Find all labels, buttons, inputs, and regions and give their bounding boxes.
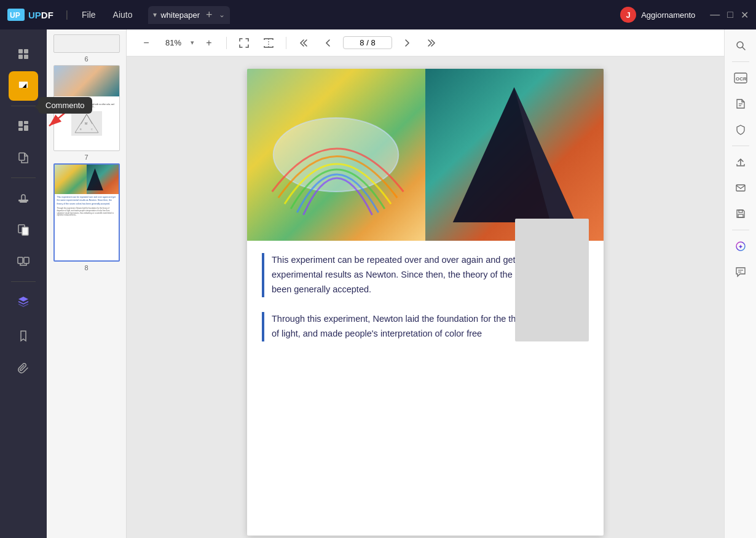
- svg-rect-15: [19, 153, 25, 160]
- svg-rect-12: [24, 121, 28, 124]
- svg-line-24: [87, 114, 92, 124]
- pdf-page-content: This experiment can be repeated over and…: [247, 241, 604, 536]
- next-page-button[interactable]: [422, 33, 441, 53]
- sidebar-separator-1: [11, 106, 36, 106]
- search-button[interactable]: [730, 34, 752, 57]
- svg-rect-46: [738, 214, 743, 217]
- window-controls: — □ ✕: [710, 9, 749, 21]
- save-button[interactable]: [730, 203, 752, 225]
- thumbnail-panel: 6 AT THE TIME everyone thought that whit…: [47, 29, 127, 538]
- svg-rect-17: [20, 201, 27, 203]
- thumbnail-page-6[interactable]: 6: [50, 34, 122, 63]
- tab-whitepaper[interactable]: whitepaper: [160, 10, 200, 20]
- content-area: − 81% ▾ +: [127, 29, 724, 538]
- sidebar-item-layers[interactable]: [9, 287, 38, 316]
- svg-text:OCR: OCR: [736, 76, 747, 82]
- app-logo: UP UPDF: [7, 9, 53, 21]
- svg-text:M: M: [85, 122, 87, 125]
- main-layout: Commento: [0, 29, 756, 538]
- tab-area: ▾ whitepaper + ⌄: [148, 6, 229, 24]
- sidebar-item-merge[interactable]: [9, 247, 38, 276]
- svg-text:✦: ✦: [738, 244, 743, 250]
- titlebar: UP UPDF | File Aiuto ▾ whitepaper + ⌄ J …: [0, 0, 756, 29]
- highlighted-text: laid the foundation for the theory: [406, 314, 534, 324]
- update-label: Aggiornamento: [641, 10, 695, 20]
- sidebar-item-view[interactable]: [9, 39, 38, 69]
- svg-rect-7: [24, 55, 28, 59]
- toolbar-separator-1: [226, 37, 227, 49]
- close-button[interactable]: ✕: [741, 9, 749, 21]
- blue-bar-2: [262, 312, 264, 341]
- svg-rect-21: [24, 257, 29, 263]
- thumbnail-page-8[interactable]: This experiment can be repeated over and…: [50, 163, 122, 271]
- menu-file[interactable]: File: [76, 7, 102, 22]
- pdf-viewer: This experiment can be repeated over and…: [127, 57, 724, 538]
- tab-chevron-icon[interactable]: ⌄: [219, 10, 225, 19]
- sidebar-item-comment[interactable]: [9, 71, 38, 101]
- svg-rect-14: [24, 125, 28, 131]
- protect-button[interactable]: [730, 119, 752, 141]
- sidebar-item-convert[interactable]: [9, 143, 38, 173]
- app-name: UPDF: [28, 10, 53, 20]
- user-avatar: J: [620, 7, 636, 23]
- sidebar-item-bookmark[interactable]: [9, 321, 38, 351]
- svg-text:C: C: [91, 128, 93, 131]
- toolbar: − 81% ▾ +: [127, 29, 724, 57]
- minimize-button[interactable]: —: [710, 9, 720, 21]
- tab-add-button[interactable]: +: [206, 9, 213, 21]
- fit-page-button[interactable]: [234, 33, 254, 53]
- convert-doc-button[interactable]: [730, 93, 752, 115]
- fit-width-button[interactable]: [259, 33, 278, 53]
- zoom-out-button[interactable]: −: [136, 33, 156, 53]
- svg-rect-28: [55, 165, 87, 194]
- chat-button[interactable]: [730, 261, 752, 283]
- right-sidebar-sep-1: [732, 61, 749, 62]
- prev-single-page-button[interactable]: [318, 33, 338, 53]
- svg-text:B: B: [80, 128, 82, 131]
- toolbar-separator-2: [286, 37, 286, 49]
- svg-rect-44: [736, 185, 745, 191]
- thumb-page-num-6: 6: [84, 55, 88, 63]
- blue-bar-1: [262, 253, 264, 297]
- next-single-page-button[interactable]: [397, 33, 417, 53]
- thumb-page-num-8: 8: [84, 264, 88, 271]
- sidebar-item-extract[interactable]: [9, 215, 38, 244]
- email-button[interactable]: [730, 177, 752, 199]
- pdf-image-right: [425, 69, 604, 241]
- sidebar-separator-3: [11, 281, 36, 282]
- thumbnail-page-7[interactable]: AT THE TIME everyone thought that white …: [50, 65, 122, 161]
- ai-button[interactable]: ✦: [730, 235, 752, 257]
- pdf-text-block-2: Through this experiment, Newton laid the…: [262, 312, 589, 341]
- sidebar-item-organize[interactable]: [9, 111, 38, 141]
- right-sidebar-sep-3: [732, 230, 749, 230]
- svg-rect-6: [18, 55, 23, 59]
- svg-rect-5: [24, 49, 28, 53]
- svg-rect-13: [18, 128, 23, 131]
- zoom-dropdown-button[interactable]: ▾: [191, 39, 194, 47]
- ocr-button[interactable]: OCR: [730, 67, 752, 89]
- svg-text:UP: UP: [10, 11, 20, 20]
- sidebar-item-attachment[interactable]: [9, 353, 38, 383]
- update-button[interactable]: J Aggiornamento: [620, 7, 695, 23]
- share-button[interactable]: [730, 151, 752, 173]
- sidebar-item-stamp[interactable]: [9, 183, 38, 212]
- svg-line-38: [742, 47, 745, 50]
- svg-rect-19: [22, 227, 28, 235]
- menu-help[interactable]: Aiuto: [107, 7, 139, 22]
- left-sidebar: Commento: [0, 29, 47, 538]
- pdf-image-left: [247, 69, 425, 241]
- sidebar-separator-2: [11, 177, 36, 178]
- tab-dropdown-arrow[interactable]: ▾: [153, 10, 157, 19]
- maximize-button[interactable]: □: [727, 9, 733, 21]
- prev-page-button[interactable]: [294, 33, 313, 53]
- zoom-value-display: 81%: [161, 38, 186, 47]
- pdf-image-placeholder: [515, 219, 589, 341]
- zoom-in-button[interactable]: +: [199, 33, 219, 53]
- page-number-input[interactable]: [343, 36, 392, 49]
- right-sidebar-sep-2: [732, 146, 749, 146]
- right-sidebar: OCR: [724, 29, 756, 538]
- svg-rect-11: [18, 121, 23, 127]
- svg-rect-4: [18, 49, 23, 53]
- pdf-page-image: [247, 69, 604, 241]
- thumb-page-num-7: 7: [84, 154, 88, 161]
